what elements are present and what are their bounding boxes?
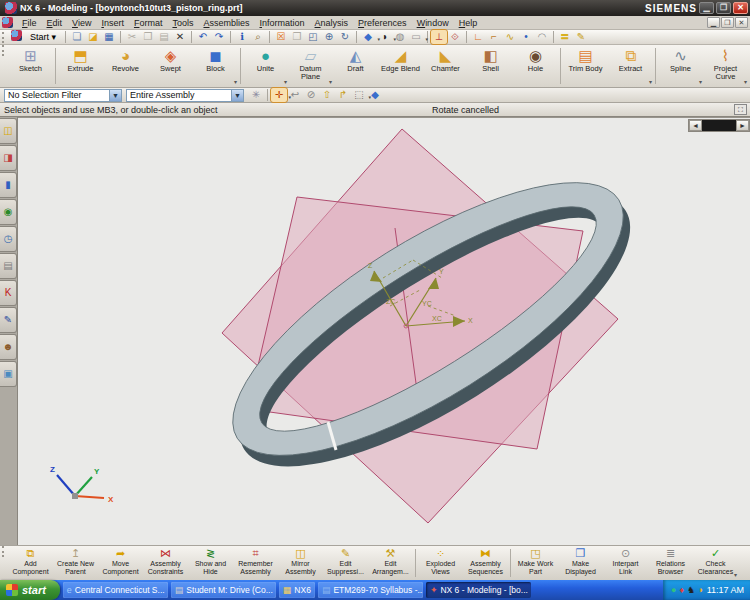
close-button[interactable]: ✕	[733, 2, 748, 14]
trim-body-button[interactable]: ▤Trim Body	[563, 45, 608, 87]
task-nx6-modeling[interactable]: ✦NX 6 - Modeling - [bo...	[426, 582, 531, 598]
chevron-down-icon[interactable]: ▾	[699, 78, 702, 85]
point-tool-icon[interactable]: •	[518, 30, 534, 44]
delete-icon[interactable]: ✕	[172, 30, 188, 44]
arc-tool-icon[interactable]: ◠	[534, 30, 550, 44]
shell-button[interactable]: ◧Shell	[468, 45, 513, 87]
curve-rule-icon[interactable]: ↱	[335, 88, 351, 102]
tray-antivirus-icon[interactable]: ●	[671, 585, 676, 595]
command-finder-icon[interactable]: ⌕	[250, 30, 266, 44]
assembly-navigator-tab[interactable]: ◫	[0, 118, 17, 144]
part-navigator-tab[interactable]: ▮	[0, 172, 17, 198]
restore-button[interactable]: ❐	[716, 2, 731, 14]
menu-file[interactable]: File	[17, 17, 42, 29]
menu-tools[interactable]: Tools	[167, 17, 198, 29]
reuse-library-tab[interactable]: ◉	[0, 199, 17, 225]
make-displayed-button[interactable]: ❒Make Displayed	[558, 546, 603, 580]
chamfer-button[interactable]: ◣Chamfer	[423, 45, 468, 87]
chevron-down-icon[interactable]: ▾	[744, 78, 747, 85]
check-clearances-button[interactable]: ✓Check Clearances▾	[693, 546, 738, 580]
studio-spline-icon[interactable]: ∿	[502, 30, 518, 44]
menu-edit[interactable]: Edit	[42, 17, 68, 29]
edit-suppression-button[interactable]: ✎Edit Suppressi...	[323, 546, 368, 580]
sketch-line-icon[interactable]: ∟	[470, 30, 486, 44]
open-file-icon[interactable]: ◪	[85, 30, 101, 44]
close-window-icon[interactable]: ☒	[273, 30, 289, 44]
face-color-swatch[interactable]: ▭▾	[408, 30, 424, 44]
move-component-button[interactable]: ➦Move Component	[98, 546, 143, 580]
task-nx6-folder[interactable]: ▦NX6	[279, 582, 315, 598]
start-menu-button[interactable]: Start ▾	[24, 30, 62, 44]
roles-tab[interactable]: ☻	[0, 334, 17, 360]
datum-csys-icon[interactable]: ⟂	[431, 30, 447, 44]
rectangle-select-icon[interactable]: ⬚▾	[351, 88, 367, 102]
sketch-button[interactable]: ⊞Sketch	[8, 45, 53, 87]
menu-information[interactable]: Information	[255, 17, 310, 29]
scroll-right-icon[interactable]: ►	[736, 120, 749, 131]
tray-app-icon[interactable]: ♞	[687, 585, 695, 595]
unite-button[interactable]: ●Unite▾	[243, 45, 288, 87]
assembly-sequences-button[interactable]: ⧓Assembly Sequences	[463, 546, 508, 580]
relations-browser-button[interactable]: ≣Relations Browser	[648, 546, 693, 580]
toolbar-grip[interactable]	[2, 45, 6, 56]
scrollbar-track[interactable]	[702, 120, 736, 131]
shaded-view-icon[interactable]: ◆▾	[360, 30, 376, 44]
project-curve-button[interactable]: ⌇Project Curve▾	[703, 45, 748, 87]
solid-body-filter-icon[interactable]: ◆	[367, 88, 383, 102]
menu-window[interactable]: Window	[412, 17, 454, 29]
menu-preferences[interactable]: Preferences	[353, 17, 412, 29]
profile-curve-icon[interactable]: ⌐	[486, 30, 502, 44]
tray-security-icon[interactable]: ♦	[680, 585, 685, 595]
extract-button[interactable]: ⧉Extract▾	[608, 45, 653, 87]
save-icon[interactable]: ▦	[101, 30, 117, 44]
scroll-left-icon[interactable]: ◄	[689, 120, 702, 131]
block-button[interactable]: ◼Block▾	[193, 45, 238, 87]
minimize-button[interactable]: ▁	[699, 2, 714, 14]
chevron-down-icon[interactable]: ▾	[329, 78, 332, 85]
history-tab[interactable]: ◷	[0, 226, 17, 252]
chevron-down-icon[interactable]: ▼	[109, 90, 121, 101]
constraints-icon[interactable]: 〓	[557, 30, 573, 44]
undo-icon[interactable]: ↶	[195, 30, 211, 44]
task-etm-syllabus[interactable]: ▤ETM269-70 Syllabus -...	[318, 582, 423, 598]
materials-tab[interactable]: K	[0, 280, 17, 306]
child-minimize-button[interactable]: ▁	[707, 17, 720, 28]
interpart-link-button[interactable]: ⊙Interpart Link	[603, 546, 648, 580]
visual-reports-tab[interactable]: ✎	[0, 307, 17, 333]
assembly-constraints-button[interactable]: ⋈Assembly Constraints	[143, 546, 188, 580]
rotate-view-icon[interactable]: ↻	[337, 30, 353, 44]
face-analysis-icon[interactable]: ◑▾	[376, 30, 392, 44]
viewport-scrollbar[interactable]: ◄ ►	[688, 119, 750, 132]
datum-plane-button[interactable]: ▱Datum Plane▾	[288, 45, 333, 87]
menu-help[interactable]: Help	[454, 17, 483, 29]
child-restore-button[interactable]: ❐	[721, 17, 734, 28]
new-file-icon[interactable]: ❏	[69, 30, 85, 44]
chevron-down-icon[interactable]: ▾	[234, 78, 237, 85]
chevron-down-icon[interactable]: ▼	[231, 90, 243, 101]
start-button[interactable]: start	[0, 580, 60, 600]
child-close-button[interactable]: ✕	[735, 17, 748, 28]
redo-icon[interactable]: ↷	[211, 30, 227, 44]
menu-analysis[interactable]: Analysis	[310, 17, 354, 29]
remember-assembly-button[interactable]: ⌗Remember Assembly	[233, 546, 278, 580]
display-mode-icon[interactable]: ◍	[392, 30, 408, 44]
extrude-button[interactable]: ⬒Extrude	[58, 45, 103, 87]
show-and-hide-button[interactable]: ≷Show and Hide	[188, 546, 233, 580]
zoom-in-out-icon[interactable]: ⊕	[321, 30, 337, 44]
make-work-part-button[interactable]: ◳Make Work Part	[513, 546, 558, 580]
exploded-views-button[interactable]: ⁘Exploded Views	[418, 546, 463, 580]
mirror-assembly-button[interactable]: ◫Mirror Assembly	[278, 546, 323, 580]
system-scenes-tab[interactable]: ▤	[0, 253, 17, 279]
snap-point-icon[interactable]: ✛▾	[271, 88, 287, 102]
menu-view[interactable]: View	[67, 17, 96, 29]
swept-button[interactable]: ◈Swept	[148, 45, 193, 87]
toolbar-grip[interactable]	[2, 32, 6, 43]
hole-button[interactable]: ◉Hole	[513, 45, 558, 87]
select-up-icon[interactable]: ⇧	[319, 88, 335, 102]
spline-button[interactable]: ∿Spline▾	[658, 45, 703, 87]
task-central-connecticut[interactable]: eCentral Connecticut S...	[63, 582, 168, 598]
selection-filter-dropdown[interactable]: No Selection Filter ▼	[4, 89, 122, 102]
information-icon[interactable]: ℹ	[234, 30, 250, 44]
undo-selection-icon[interactable]: ↩	[287, 88, 303, 102]
menu-assemblies[interactable]: Assemblies	[198, 17, 254, 29]
